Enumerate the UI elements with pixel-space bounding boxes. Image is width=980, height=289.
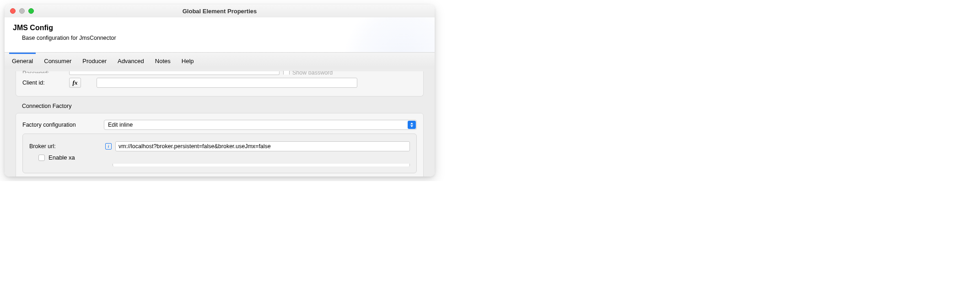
broker-url-label: Broker url: (29, 143, 102, 150)
tab-producer[interactable]: Producer (80, 53, 109, 69)
info-icon[interactable]: i (105, 143, 112, 150)
factory-config-row: Factory configuration Edit inline (22, 120, 417, 130)
dialog-window: Global Element Properties JMS Config Bas… (5, 5, 435, 177)
password-row-partial: Password: Show password (22, 71, 417, 75)
close-icon[interactable] (10, 8, 16, 14)
header-section: JMS Config Base configuration for JmsCon… (5, 17, 435, 52)
page-subtitle: Base configuration for JmsConnector (22, 35, 426, 41)
page-title: JMS Config (13, 24, 426, 32)
broker-url-row: Broker url: i (29, 141, 410, 151)
factory-inner-group: Broker url: i Enable xa (22, 134, 417, 173)
client-id-label: Client id: (22, 80, 65, 86)
enable-xa-row: Enable xa (29, 154, 410, 161)
window-title: Global Element Properties (10, 8, 429, 15)
tab-consumer[interactable]: Consumer (41, 53, 74, 69)
show-password-checkbox[interactable] (283, 71, 290, 75)
connection-factory-group: Factory configuration Edit inline Broker… (16, 113, 424, 177)
password-label: Password: (22, 69, 65, 73)
enable-xa-checkbox[interactable] (38, 155, 45, 161)
factory-config-select[interactable]: Edit inline (104, 120, 417, 130)
maximize-icon[interactable] (28, 8, 34, 14)
tab-advanced[interactable]: Advanced (115, 53, 147, 69)
partial-next-row (29, 164, 410, 166)
tab-help[interactable]: Help (179, 53, 197, 69)
partial-input[interactable] (113, 164, 410, 166)
fx-button[interactable]: fx (69, 78, 81, 88)
titlebar: Global Element Properties (5, 5, 435, 17)
tabbar: General Consumer Producer Advanced Notes… (5, 52, 435, 69)
connection-factory-label: Connection Factory (22, 103, 424, 109)
show-password-label: Show password (292, 71, 333, 75)
connection-group: Password: Show password Client id: fx (16, 71, 424, 96)
factory-config-select-wrap: Edit inline (104, 120, 417, 130)
client-id-input[interactable] (97, 78, 357, 88)
tab-general[interactable]: General (9, 53, 36, 69)
minimize-icon[interactable] (19, 8, 25, 14)
traffic-lights (10, 8, 34, 14)
enable-xa-label: Enable xa (48, 154, 75, 161)
broker-url-input[interactable] (115, 141, 410, 151)
fx-icon: fx (73, 79, 78, 86)
content-area: Password: Show password Client id: fx Co… (5, 69, 435, 177)
password-input[interactable] (69, 71, 280, 75)
tab-notes[interactable]: Notes (152, 53, 173, 69)
factory-config-label: Factory configuration (22, 122, 100, 128)
client-id-row: Client id: fx (22, 78, 417, 88)
show-password-row: Show password (283, 71, 333, 75)
